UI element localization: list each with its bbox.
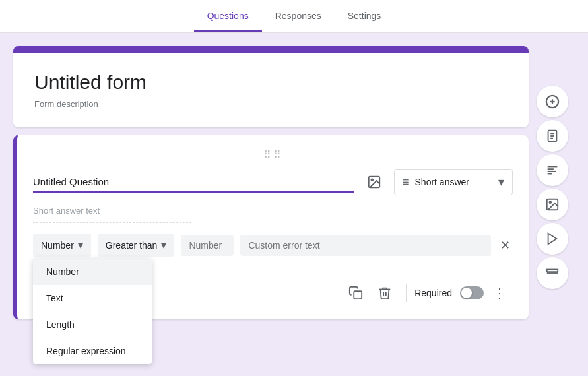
type-selector-icon: ≡ [403, 175, 410, 189]
validation-type-dropdown[interactable]: Number ▾ [33, 234, 91, 257]
footer-divider [406, 284, 407, 302]
question-card: ⠿⠿ ≡ Short answer ▾ Short [13, 135, 529, 319]
question-input[interactable] [33, 172, 354, 193]
form-header-card: Untitled form Form description [13, 46, 529, 127]
required-toggle[interactable] [460, 286, 484, 299]
validation-number-input[interactable] [181, 235, 234, 256]
validation-type-label: Number [41, 240, 74, 251]
validation-condition-dropdown[interactable]: Greater than ▾ [98, 234, 175, 257]
form-title[interactable]: Untitled form [34, 71, 507, 94]
add-question-button[interactable] [537, 86, 568, 117]
svg-rect-18 [547, 270, 558, 272]
validation-close-button[interactable]: ✕ [498, 235, 513, 255]
tab-settings[interactable]: Settings [335, 1, 395, 32]
dropdown-item-number[interactable]: Number [33, 259, 152, 285]
drag-handle: ⠿⠿ [33, 148, 513, 161]
validation-condition-label: Greater than [106, 240, 158, 251]
validation-type-popup: Number Text Length Regular expression [33, 259, 152, 364]
dropdown-item-text[interactable]: Text [33, 285, 152, 311]
svg-point-1 [371, 179, 373, 181]
type-selector-text: Short answer [415, 177, 493, 187]
toggle-knob [461, 288, 472, 298]
required-label: Required [414, 288, 452, 298]
validation-error-input[interactable] [240, 235, 491, 256]
center-content: Untitled form Form description ⠿⠿ ≡ [13, 46, 529, 319]
add-video-button[interactable] [537, 223, 568, 255]
add-image-button[interactable] [537, 189, 568, 220]
question-top-row: ≡ Short answer ▾ [33, 169, 513, 195]
add-title-button[interactable] [537, 154, 568, 186]
type-selector-arrow: ▾ [498, 175, 504, 189]
import-questions-button[interactable] [537, 120, 568, 152]
right-sidebar [537, 46, 568, 319]
question-type-selector[interactable]: ≡ Short answer ▾ [394, 169, 513, 195]
svg-marker-16 [548, 234, 557, 245]
main-area: Untitled form Form description ⠿⠿ ≡ [0, 33, 588, 332]
add-section-button[interactable] [537, 257, 568, 289]
dropdown-item-regex[interactable]: Regular expression [33, 338, 152, 364]
more-options-button[interactable]: ⋮ [486, 280, 513, 306]
validation-type-container: Number ▾ Number Text Length Regular expr… [33, 234, 91, 257]
validation-condition-arrow: ▾ [161, 239, 166, 251]
tab-questions[interactable]: Questions [194, 1, 262, 32]
dropdown-item-length[interactable]: Length [33, 311, 152, 338]
validation-row: Number ▾ Number Text Length Regular expr… [33, 234, 513, 257]
duplicate-button[interactable] [343, 280, 369, 306]
top-navigation: Questions Responses Settings [0, 0, 588, 33]
delete-button[interactable] [372, 280, 398, 306]
svg-rect-2 [354, 291, 362, 299]
short-answer-text-label: Short answer text [33, 206, 191, 223]
svg-point-15 [549, 201, 551, 203]
form-description[interactable]: Form description [34, 99, 507, 109]
add-image-to-question-button[interactable] [362, 170, 386, 194]
tab-responses[interactable]: Responses [262, 1, 335, 32]
validation-type-arrow: ▾ [78, 239, 83, 251]
